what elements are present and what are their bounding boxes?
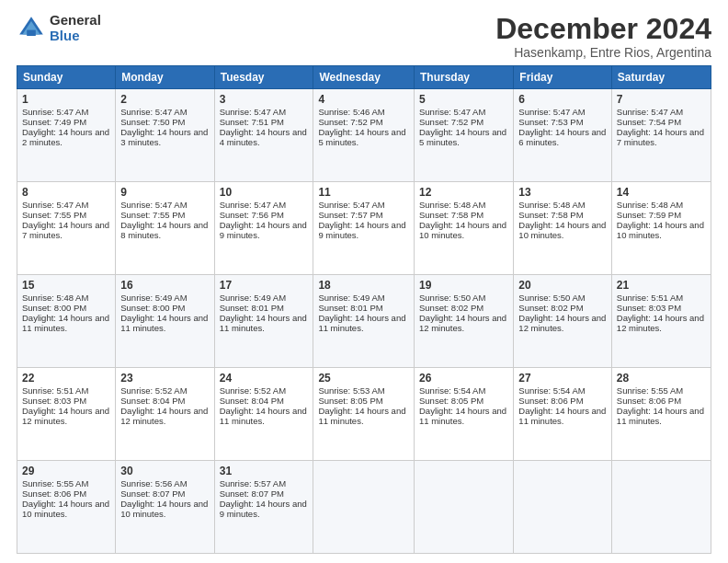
day-number: 19 [419,279,508,292]
daylight: Daylight: 14 hours and 5 minutes. [318,127,405,147]
sunset: Sunset: 8:00 PM [120,303,185,313]
sunset: Sunset: 8:01 PM [220,303,284,313]
sunset: Sunset: 8:06 PM [518,396,583,406]
day-number: 29 [22,465,110,477]
daylight: Daylight: 14 hours and 2 minutes. [22,127,109,147]
header-cell-sunday: Sunday [17,66,116,89]
sunset: Sunset: 8:00 PM [22,303,86,313]
header-cell-wednesday: Wednesday [313,66,415,89]
day-number: 14 [617,186,706,199]
sunrise: Sunrise: 5:54 AM [518,385,585,396]
sunset: Sunset: 7:55 PM [120,210,185,220]
daylight: Daylight: 14 hours and 10 minutes. [518,220,606,240]
day-number: 4 [318,93,409,106]
sunset: Sunset: 7:49 PM [22,117,86,127]
sunset: Sunset: 7:52 PM [318,117,382,127]
day-number: 6 [518,93,607,106]
day-cell: 18Sunrise: 5:49 AMSunset: 8:01 PMDayligh… [313,275,415,368]
day-cell [415,461,514,554]
day-number: 24 [220,372,309,385]
sunset: Sunset: 8:03 PM [617,303,681,313]
day-cell: 26Sunrise: 5:54 AMSunset: 8:05 PMDayligh… [415,368,514,461]
day-number: 22 [22,372,110,385]
sunset: Sunset: 8:07 PM [120,488,185,499]
day-cell [611,461,711,554]
sunrise: Sunrise: 5:50 AM [419,293,485,303]
sunset: Sunset: 8:02 PM [419,303,483,313]
week-row-5: 29Sunrise: 5:55 AMSunset: 8:06 PMDayligh… [17,461,711,554]
day-cell: 25Sunrise: 5:53 AMSunset: 8:05 PMDayligh… [313,368,415,461]
calendar-header: SundayMondayTuesdayWednesdayThursdayFrid… [17,66,711,89]
sunset: Sunset: 7:51 PM [220,117,284,127]
day-number: 30 [120,465,209,477]
sunrise: Sunrise: 5:46 AM [318,107,384,117]
sunrise: Sunrise: 5:47 AM [22,107,88,117]
day-cell: 20Sunrise: 5:50 AMSunset: 8:02 PMDayligh… [514,275,612,368]
sunset: Sunset: 7:54 PM [617,117,681,127]
sunrise: Sunrise: 5:51 AM [22,385,88,396]
week-row-1: 1Sunrise: 5:47 AMSunset: 7:49 PMDaylight… [17,89,711,182]
daylight: Daylight: 14 hours and 10 minutes. [22,499,109,519]
day-cell: 13Sunrise: 5:48 AMSunset: 7:58 PMDayligh… [514,182,612,275]
sunrise: Sunrise: 5:47 AM [220,200,286,210]
sunrise: Sunrise: 5:47 AM [419,107,485,117]
logo-blue: Blue [50,29,101,44]
sunrise: Sunrise: 5:54 AM [419,385,485,396]
subtitle: Hasenkamp, Entre Rios, Argentina [495,45,711,60]
sunrise: Sunrise: 5:47 AM [220,107,286,117]
calendar-body: 1Sunrise: 5:47 AMSunset: 7:49 PMDaylight… [17,89,711,554]
sunset: Sunset: 8:06 PM [617,396,681,406]
day-number: 28 [617,372,706,385]
sunset: Sunset: 8:02 PM [518,303,583,313]
header-cell-monday: Monday [116,66,214,89]
day-cell: 23Sunrise: 5:52 AMSunset: 8:04 PMDayligh… [116,368,214,461]
daylight: Daylight: 14 hours and 4 minutes. [220,127,307,147]
day-number: 2 [120,93,209,106]
sunrise: Sunrise: 5:49 AM [120,293,187,303]
sunset: Sunset: 7:58 PM [419,210,483,220]
day-number: 25 [318,372,409,385]
day-number: 17 [220,279,309,292]
day-number: 7 [617,93,706,106]
header-cell-thursday: Thursday [415,66,514,89]
day-cell: 29Sunrise: 5:55 AMSunset: 8:06 PMDayligh… [17,461,116,554]
sunrise: Sunrise: 5:51 AM [617,293,683,303]
day-number: 10 [220,186,309,199]
sunset: Sunset: 8:04 PM [220,396,284,406]
day-number: 16 [120,279,209,292]
sunrise: Sunrise: 5:53 AM [318,385,384,396]
day-cell: 22Sunrise: 5:51 AMSunset: 8:03 PMDayligh… [17,368,116,461]
day-cell: 17Sunrise: 5:49 AMSunset: 8:01 PMDayligh… [214,275,313,368]
daylight: Daylight: 14 hours and 11 minutes. [220,406,307,426]
calendar-page: General Blue December 2024 Hasenkamp, En… [0,0,728,563]
day-cell: 14Sunrise: 5:48 AMSunset: 7:59 PMDayligh… [611,182,711,275]
sunset: Sunset: 7:55 PM [22,210,86,220]
day-cell: 4Sunrise: 5:46 AMSunset: 7:52 PMDaylight… [313,89,415,182]
svg-rect-2 [27,29,36,35]
sunset: Sunset: 8:05 PM [318,396,382,406]
header-cell-tuesday: Tuesday [214,66,313,89]
sunrise: Sunrise: 5:48 AM [22,293,88,303]
day-number: 15 [22,279,110,292]
sunrise: Sunrise: 5:48 AM [419,200,485,210]
sunset: Sunset: 7:53 PM [518,117,583,127]
day-number: 3 [220,93,309,106]
daylight: Daylight: 14 hours and 10 minutes. [617,220,704,240]
daylight: Daylight: 14 hours and 9 minutes. [220,499,307,519]
day-cell: 8Sunrise: 5:47 AMSunset: 7:55 PMDaylight… [17,182,116,275]
sunset: Sunset: 7:58 PM [518,210,583,220]
sunset: Sunset: 7:56 PM [220,210,284,220]
day-cell: 12Sunrise: 5:48 AMSunset: 7:58 PMDayligh… [415,182,514,275]
day-number: 23 [120,372,209,385]
sunset: Sunset: 8:03 PM [22,396,86,406]
daylight: Daylight: 14 hours and 10 minutes. [419,220,506,240]
sunrise: Sunrise: 5:49 AM [318,293,384,303]
main-title: December 2024 [495,13,711,45]
sunset: Sunset: 7:57 PM [318,210,382,220]
daylight: Daylight: 14 hours and 12 minutes. [617,313,704,333]
calendar-table: SundayMondayTuesdayWednesdayThursdayFrid… [17,65,711,554]
daylight: Daylight: 14 hours and 11 minutes. [518,406,606,426]
daylight: Daylight: 14 hours and 8 minutes. [120,220,208,240]
daylight: Daylight: 14 hours and 5 minutes. [419,127,506,147]
week-row-4: 22Sunrise: 5:51 AMSunset: 8:03 PMDayligh… [17,368,711,461]
